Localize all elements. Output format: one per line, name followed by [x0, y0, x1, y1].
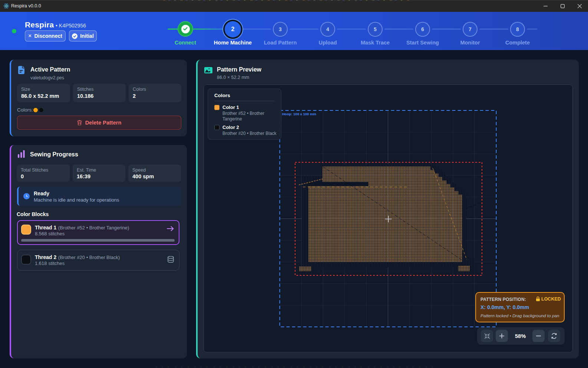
svg-text:Hoop: 100 x 100 mm: Hoop: 100 x 100 mm: [282, 112, 316, 116]
